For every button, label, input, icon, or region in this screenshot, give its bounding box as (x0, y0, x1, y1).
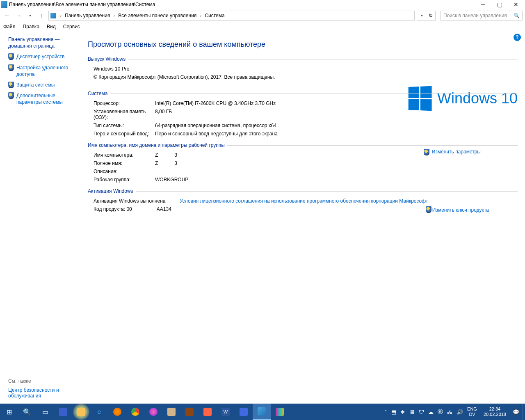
compname-label: Имя компьютера: (94, 152, 155, 158)
taskbar-app-firefox[interactable] (108, 404, 126, 420)
systype-value: 64-разрядная операционная система, проце… (155, 123, 276, 128)
refresh-button[interactable]: ↻ (426, 11, 435, 20)
taskbar-app[interactable] (235, 404, 253, 420)
addr-dropdown-button[interactable]: ▾ (417, 11, 426, 20)
search-input[interactable]: Поиск в панели управления 🔍 (441, 11, 523, 21)
history-button[interactable]: ▾ (25, 11, 34, 20)
tray-network-icon[interactable]: 🖧 (447, 409, 452, 415)
shield-icon (426, 207, 432, 213)
minimize-button[interactable]: ─ (475, 0, 491, 9)
fullname-label: Полное имя: (94, 160, 155, 166)
main-panel: ? Просмотр основных сведений о вашем ком… (82, 31, 525, 404)
group-edition-head: Выпуск Windows (88, 56, 128, 62)
back-button[interactable]: ← (2, 11, 11, 20)
menu-file[interactable]: Файл (2, 23, 16, 30)
tray-language[interactable]: ENG DV (467, 406, 477, 417)
cpu-label: Процессор: (94, 100, 155, 106)
systype-label: Тип системы: (94, 123, 155, 128)
tray-volume-icon[interactable]: 🔊 (457, 409, 463, 415)
tray-clock[interactable]: 22:34 20.02.2018 (481, 406, 509, 417)
license-terms-link[interactable]: Условия лицензионного соглашения на испо… (180, 198, 428, 204)
sidebar-item-remote-settings[interactable]: Настройка удаленного доступа (8, 64, 78, 78)
taskbar-app[interactable] (144, 404, 162, 420)
see-also-label: См. также (8, 378, 78, 384)
tray-icon[interactable]: 🛡 (419, 409, 424, 415)
taskbar-app-ie[interactable]: ｅ (90, 404, 108, 420)
windows-logo: Windows 10 (408, 87, 518, 110)
breadcrumb[interactable]: Система (203, 12, 226, 19)
change-key-link[interactable]: Изменить ключ продукта (426, 206, 489, 213)
taskbar-app-control-panel[interactable] (253, 404, 271, 420)
up-button[interactable]: ↑ (37, 11, 46, 20)
menu-view[interactable]: Вид (46, 23, 57, 30)
sidebar-home-link[interactable]: Панель управления — домашняя страница (8, 36, 78, 49)
taskbar-app[interactable] (54, 404, 72, 420)
tray-onedrive-icon[interactable]: ☁ (428, 409, 434, 415)
workgroup-label: Рабочая группа: (94, 177, 155, 183)
system-icon (1, 1, 7, 8)
tray-icon[interactable]: ❖ (400, 409, 405, 415)
search-placeholder: Поиск в панели управления (443, 13, 507, 18)
sidebar: Панель управления — домашняя страница Ди… (0, 31, 82, 404)
ram-label: Установленная память (ОЗУ): (94, 109, 155, 120)
edition-value: Windows 10 Pro (94, 66, 129, 72)
ram-value: 8,00 ГБ (155, 109, 172, 120)
tray-icon[interactable]: 🖥 (409, 409, 415, 415)
taskbar-app[interactable] (162, 404, 180, 420)
windows-logo-icon (409, 86, 432, 111)
group-name-head: Имя компьютера, имя домена и параметры р… (88, 142, 227, 148)
taskbar-app[interactable] (199, 404, 217, 420)
chevron-right-icon: › (199, 13, 203, 18)
titlebar: Панель управления\Все элементы панели уп… (0, 0, 525, 9)
fullname-value: Z 3 (155, 160, 177, 166)
pen-label: Перо и сенсорный ввод: (94, 131, 155, 137)
chevron-right-icon: › (59, 13, 63, 18)
compname-value: Z 3 (155, 152, 177, 158)
help-button[interactable]: ? (514, 34, 521, 41)
sidebar-item-device-manager[interactable]: Диспетчер устройств (8, 53, 78, 60)
system-tray: ˄ ⬒ ❖ 🖥 🛡 ☁ ⓔ 🖧 🔊 ENG DV 22:34 20.02.201… (381, 406, 523, 417)
task-view-button[interactable]: ▭ (36, 404, 54, 420)
change-settings-link[interactable]: Изменить параметры (424, 149, 481, 155)
shield-icon (424, 149, 430, 155)
breadcrumb[interactable]: Все элементы панели управления (117, 12, 198, 19)
start-button[interactable]: ⊞ (0, 404, 18, 420)
search-icon[interactable]: 🔍 (18, 404, 36, 420)
maximize-button[interactable]: ▢ (491, 0, 508, 9)
taskbar-app-chrome[interactable] (126, 404, 144, 420)
tray-icon[interactable]: ⓔ (438, 408, 443, 415)
forward-button[interactable]: → (14, 11, 23, 20)
taskbar-app[interactable] (271, 404, 289, 420)
productkey-label: Код продукта: 00 AA134 (94, 206, 180, 212)
chevron-right-icon: › (112, 13, 116, 18)
group-system-head: Система (88, 91, 110, 96)
page-title: Просмотр основных сведений о вашем компь… (88, 40, 518, 49)
tray-chevron-up-icon[interactable]: ˄ (384, 409, 387, 415)
search-icon[interactable]: 🔍 (514, 13, 520, 18)
menubar: Файл Правка Вид Сервис (0, 22, 525, 31)
navbar: ← → ▾ ↑ › Панель управления › Все элемен… (0, 9, 525, 22)
workgroup-value: WORKGROUP (155, 177, 188, 183)
menu-edit[interactable]: Правка (22, 23, 41, 30)
show-desktop-button[interactable] (523, 404, 525, 420)
cpu-value: Intel(R) Core(TM) i7-2600K CPU @ 3.40GHz… (155, 100, 276, 106)
tray-notifications-icon[interactable]: 💬 (513, 409, 519, 415)
taskbar: ⊞ 🔍 ▭ ｅ W ˄ ⬒ ❖ 🖥 🛡 ☁ ⓔ 🖧 🔊 ENG DV 22:34… (0, 404, 525, 420)
breadcrumb[interactable]: Панель управления (64, 12, 111, 19)
pen-value: Перо и сенсорный ввод недоступны для это… (155, 131, 278, 137)
activation-status: Активация Windows выполнена (94, 198, 180, 204)
tray-icon[interactable]: ⬒ (391, 409, 396, 415)
window-title: Панель управления\Все элементы панели уп… (9, 2, 475, 7)
sidebar-item-advanced-settings[interactable]: Дополнительные параметры системы (8, 92, 78, 105)
taskbar-app-word[interactable]: W (217, 404, 235, 420)
copyright-text: © Корпорация Майкрософт (Microsoft Corpo… (94, 74, 275, 80)
close-button[interactable]: ✕ (508, 0, 524, 9)
address-bar[interactable]: › Панель управления › Все элементы панел… (48, 11, 415, 21)
desc-label: Описание: (94, 169, 155, 174)
see-also-link[interactable]: Центр безопасности и обслуживания (8, 387, 78, 399)
menu-service[interactable]: Сервис (62, 23, 81, 30)
taskbar-app[interactable] (180, 404, 199, 420)
taskbar-app-file-explorer[interactable] (72, 404, 90, 420)
sidebar-item-system-protection[interactable]: Защита системы (8, 82, 78, 88)
group-activation-head: Активация Windows (88, 188, 136, 194)
